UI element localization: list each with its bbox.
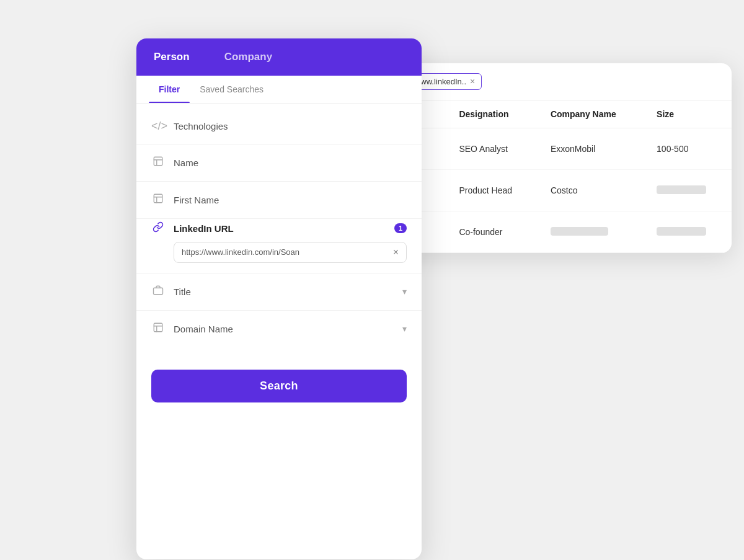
cell-company-anderson: XXXXXXXXXX [538, 211, 644, 252]
domain-chevron-icon: ▾ [402, 324, 407, 334]
cell-designation-evelyn: Product Head [446, 169, 538, 211]
search-button-area: Search [136, 352, 422, 420]
cell-size-amelia: 100-500 [644, 128, 732, 169]
filter-item-title[interactable]: Title ▾ [136, 273, 422, 311]
linkedin-url-label: LinkedIn URL [174, 223, 386, 234]
svg-rect-6 [154, 288, 163, 295]
filter-card: Person Company Filter Saved Searches </>… [136, 38, 422, 559]
link-icon [151, 221, 165, 236]
linkedin-input-wrapper[interactable]: × [174, 242, 407, 263]
filter-item-domain-name[interactable]: Domain Name ▾ [136, 311, 422, 347]
filter-body: </> Technologies Name Firs [136, 104, 422, 352]
svg-rect-7 [154, 323, 162, 332]
linkedin-filter-section: LinkedIn URL 1 × [136, 219, 422, 273]
tab-company[interactable]: Company [207, 38, 290, 76]
linkedin-url-input[interactable] [182, 247, 393, 257]
col-header-designation: Designation [446, 100, 538, 128]
nav-tab-filter[interactable]: Filter [149, 76, 190, 103]
linkedin-count-badge: 1 [394, 223, 407, 233]
cell-size-evelyn: XXXXXX [644, 169, 732, 211]
filter-label-name: Name [174, 158, 407, 168]
col-header-size: Size [644, 100, 732, 128]
briefcase-icon [151, 285, 165, 299]
tab-person[interactable]: Person [136, 38, 207, 76]
filter-tag-close-icon[interactable]: × [470, 77, 475, 86]
building-icon-first-name [151, 193, 165, 207]
filter-header: Person Company [136, 38, 422, 76]
domain-building-icon [151, 322, 165, 336]
cell-designation-anderson: Co-founder [446, 211, 538, 252]
col-header-company: Company Name [538, 100, 644, 128]
search-button[interactable]: Search [151, 370, 407, 402]
cell-company-amelia: ExxonMobil [538, 128, 644, 169]
title-chevron-icon: ▾ [402, 287, 407, 296]
cell-size-anderson: XXXXXX [644, 211, 732, 252]
nav-tab-saved-searches[interactable]: Saved Searches [190, 76, 273, 103]
filter-item-name[interactable]: Name [136, 144, 422, 182]
filter-nav: Filter Saved Searches [136, 76, 422, 104]
filter-label-title: Title [174, 287, 394, 297]
svg-rect-0 [154, 157, 162, 166]
filter-label-first-name: First Name [174, 195, 407, 205]
filter-label-technologies: Technologies [174, 121, 407, 131]
svg-rect-3 [154, 194, 162, 203]
filter-item-first-name[interactable]: First Name [136, 182, 422, 219]
cell-company-evelyn: Costco [538, 169, 644, 211]
cell-designation-amelia: SEO Analyst [446, 128, 538, 169]
code-icon: </> [151, 120, 165, 133]
linkedin-label-row: LinkedIn URL 1 [151, 221, 407, 242]
linkedin-input-clear-icon[interactable]: × [393, 247, 399, 257]
filter-label-domain-name: Domain Name [174, 324, 394, 334]
building-icon-name [151, 156, 165, 170]
filter-item-technologies[interactable]: </> Technologies [136, 109, 422, 144]
